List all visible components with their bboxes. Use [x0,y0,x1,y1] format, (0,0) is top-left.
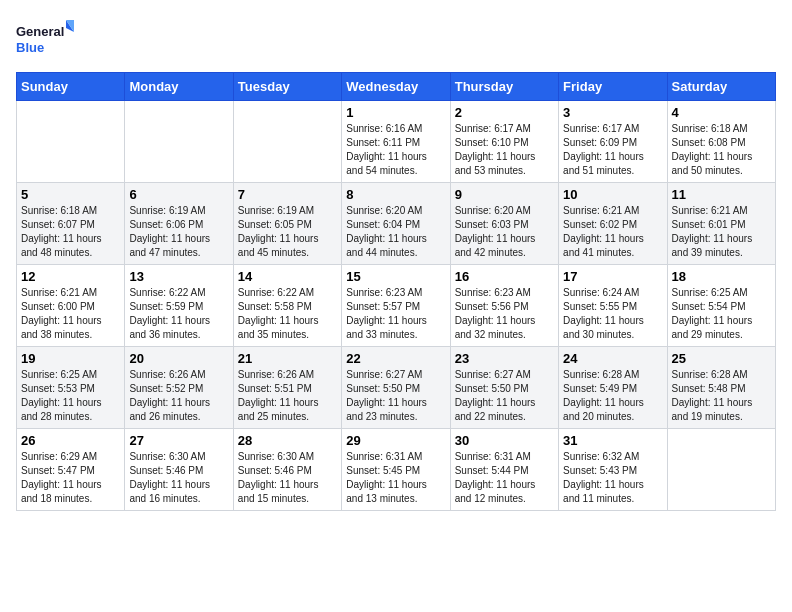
calendar-cell: 25Sunrise: 6:28 AMSunset: 5:48 PMDayligh… [667,347,775,429]
calendar-cell: 9Sunrise: 6:20 AMSunset: 6:03 PMDaylight… [450,183,558,265]
calendar-cell: 10Sunrise: 6:21 AMSunset: 6:02 PMDayligh… [559,183,667,265]
calendar-cell: 17Sunrise: 6:24 AMSunset: 5:55 PMDayligh… [559,265,667,347]
day-number: 1 [346,105,445,120]
calendar-cell: 11Sunrise: 6:21 AMSunset: 6:01 PMDayligh… [667,183,775,265]
calendar-cell: 24Sunrise: 6:28 AMSunset: 5:49 PMDayligh… [559,347,667,429]
day-number: 5 [21,187,120,202]
calendar-table: SundayMondayTuesdayWednesdayThursdayFrid… [16,72,776,511]
day-number: 9 [455,187,554,202]
day-number: 13 [129,269,228,284]
calendar-cell: 1Sunrise: 6:16 AMSunset: 6:11 PMDaylight… [342,101,450,183]
day-info: Sunrise: 6:31 AMSunset: 5:45 PMDaylight:… [346,450,445,506]
day-number: 21 [238,351,337,366]
day-header-monday: Monday [125,73,233,101]
day-info: Sunrise: 6:17 AMSunset: 6:10 PMDaylight:… [455,122,554,178]
day-info: Sunrise: 6:23 AMSunset: 5:57 PMDaylight:… [346,286,445,342]
calendar-week-row: 19Sunrise: 6:25 AMSunset: 5:53 PMDayligh… [17,347,776,429]
calendar-cell: 7Sunrise: 6:19 AMSunset: 6:05 PMDaylight… [233,183,341,265]
day-info: Sunrise: 6:28 AMSunset: 5:48 PMDaylight:… [672,368,771,424]
day-header-wednesday: Wednesday [342,73,450,101]
calendar-week-row: 1Sunrise: 6:16 AMSunset: 6:11 PMDaylight… [17,101,776,183]
day-number: 2 [455,105,554,120]
calendar-cell: 4Sunrise: 6:18 AMSunset: 6:08 PMDaylight… [667,101,775,183]
calendar-cell: 26Sunrise: 6:29 AMSunset: 5:47 PMDayligh… [17,429,125,511]
calendar-cell: 8Sunrise: 6:20 AMSunset: 6:04 PMDaylight… [342,183,450,265]
calendar-cell: 14Sunrise: 6:22 AMSunset: 5:58 PMDayligh… [233,265,341,347]
day-info: Sunrise: 6:25 AMSunset: 5:54 PMDaylight:… [672,286,771,342]
calendar-cell: 30Sunrise: 6:31 AMSunset: 5:44 PMDayligh… [450,429,558,511]
calendar-cell [233,101,341,183]
day-header-tuesday: Tuesday [233,73,341,101]
day-number: 16 [455,269,554,284]
calendar-cell: 6Sunrise: 6:19 AMSunset: 6:06 PMDaylight… [125,183,233,265]
day-number: 10 [563,187,662,202]
svg-text:Blue: Blue [16,40,44,55]
day-info: Sunrise: 6:23 AMSunset: 5:56 PMDaylight:… [455,286,554,342]
day-info: Sunrise: 6:21 AMSunset: 6:00 PMDaylight:… [21,286,120,342]
day-info: Sunrise: 6:20 AMSunset: 6:04 PMDaylight:… [346,204,445,260]
day-number: 25 [672,351,771,366]
day-info: Sunrise: 6:19 AMSunset: 6:06 PMDaylight:… [129,204,228,260]
day-header-friday: Friday [559,73,667,101]
calendar-cell: 22Sunrise: 6:27 AMSunset: 5:50 PMDayligh… [342,347,450,429]
day-info: Sunrise: 6:27 AMSunset: 5:50 PMDaylight:… [455,368,554,424]
day-info: Sunrise: 6:26 AMSunset: 5:51 PMDaylight:… [238,368,337,424]
day-number: 17 [563,269,662,284]
calendar-cell: 12Sunrise: 6:21 AMSunset: 6:00 PMDayligh… [17,265,125,347]
calendar-week-row: 5Sunrise: 6:18 AMSunset: 6:07 PMDaylight… [17,183,776,265]
day-info: Sunrise: 6:19 AMSunset: 6:05 PMDaylight:… [238,204,337,260]
day-number: 14 [238,269,337,284]
calendar-cell: 29Sunrise: 6:31 AMSunset: 5:45 PMDayligh… [342,429,450,511]
calendar-header-row: SundayMondayTuesdayWednesdayThursdayFrid… [17,73,776,101]
calendar-cell: 5Sunrise: 6:18 AMSunset: 6:07 PMDaylight… [17,183,125,265]
day-number: 18 [672,269,771,284]
day-info: Sunrise: 6:20 AMSunset: 6:03 PMDaylight:… [455,204,554,260]
day-number: 27 [129,433,228,448]
day-number: 20 [129,351,228,366]
day-info: Sunrise: 6:28 AMSunset: 5:49 PMDaylight:… [563,368,662,424]
day-info: Sunrise: 6:24 AMSunset: 5:55 PMDaylight:… [563,286,662,342]
calendar-cell [17,101,125,183]
calendar-cell: 28Sunrise: 6:30 AMSunset: 5:46 PMDayligh… [233,429,341,511]
day-info: Sunrise: 6:18 AMSunset: 6:07 PMDaylight:… [21,204,120,260]
day-header-saturday: Saturday [667,73,775,101]
day-number: 12 [21,269,120,284]
day-number: 4 [672,105,771,120]
day-number: 31 [563,433,662,448]
day-info: Sunrise: 6:27 AMSunset: 5:50 PMDaylight:… [346,368,445,424]
calendar-cell: 31Sunrise: 6:32 AMSunset: 5:43 PMDayligh… [559,429,667,511]
day-header-thursday: Thursday [450,73,558,101]
day-info: Sunrise: 6:21 AMSunset: 6:01 PMDaylight:… [672,204,771,260]
day-info: Sunrise: 6:22 AMSunset: 5:59 PMDaylight:… [129,286,228,342]
day-number: 19 [21,351,120,366]
day-info: Sunrise: 6:31 AMSunset: 5:44 PMDaylight:… [455,450,554,506]
day-number: 3 [563,105,662,120]
calendar-cell: 13Sunrise: 6:22 AMSunset: 5:59 PMDayligh… [125,265,233,347]
day-number: 7 [238,187,337,202]
day-number: 29 [346,433,445,448]
day-number: 15 [346,269,445,284]
page-header: General Blue [16,16,776,60]
day-number: 28 [238,433,337,448]
day-number: 6 [129,187,228,202]
day-info: Sunrise: 6:17 AMSunset: 6:09 PMDaylight:… [563,122,662,178]
day-number: 23 [455,351,554,366]
calendar-cell [125,101,233,183]
calendar-cell: 2Sunrise: 6:17 AMSunset: 6:10 PMDaylight… [450,101,558,183]
calendar-cell: 15Sunrise: 6:23 AMSunset: 5:57 PMDayligh… [342,265,450,347]
day-info: Sunrise: 6:32 AMSunset: 5:43 PMDaylight:… [563,450,662,506]
day-info: Sunrise: 6:25 AMSunset: 5:53 PMDaylight:… [21,368,120,424]
day-header-sunday: Sunday [17,73,125,101]
day-info: Sunrise: 6:29 AMSunset: 5:47 PMDaylight:… [21,450,120,506]
day-number: 22 [346,351,445,366]
day-number: 8 [346,187,445,202]
day-number: 24 [563,351,662,366]
calendar-week-row: 26Sunrise: 6:29 AMSunset: 5:47 PMDayligh… [17,429,776,511]
day-info: Sunrise: 6:26 AMSunset: 5:52 PMDaylight:… [129,368,228,424]
calendar-week-row: 12Sunrise: 6:21 AMSunset: 6:00 PMDayligh… [17,265,776,347]
day-info: Sunrise: 6:21 AMSunset: 6:02 PMDaylight:… [563,204,662,260]
calendar-cell: 18Sunrise: 6:25 AMSunset: 5:54 PMDayligh… [667,265,775,347]
day-number: 11 [672,187,771,202]
svg-text:General: General [16,24,64,39]
calendar-cell: 19Sunrise: 6:25 AMSunset: 5:53 PMDayligh… [17,347,125,429]
